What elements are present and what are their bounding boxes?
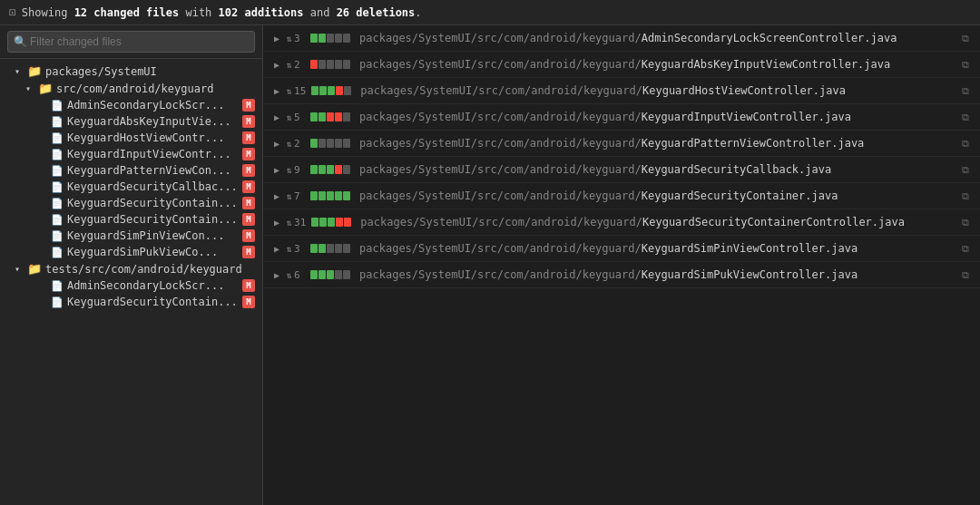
tree-item-KeyguardSecurityContain2[interactable]: 📄 KeyguardSecurityContain... M — [0, 211, 262, 228]
copy-icon[interactable]: ⧉ — [962, 269, 969, 281]
file-icon: 📄 — [51, 230, 64, 242]
path-dir: packages/SystemUI/src/com/android/keygua… — [359, 111, 642, 123]
expand-icon: ▶ — [274, 139, 279, 149]
stat-bar — [335, 139, 342, 148]
tree-item-src-com-android-keyguard[interactable]: ▾ 📁 src/com/android/keyguard — [0, 80, 262, 97]
tree-item-KeyguardSecurityContain3[interactable]: 📄 KeyguardSecurityContain... M — [0, 294, 262, 310]
copy-icon[interactable]: ⧉ — [962, 164, 969, 176]
additions-count: 102 additions — [219, 6, 304, 19]
diff-path: packages/SystemUI/src/com/android/keygua… — [359, 137, 956, 150]
diff-path: packages/SystemUI/src/com/android/keygua… — [359, 111, 956, 123]
tree-item-KeyguardPatternViewCon[interactable]: 📄 KeyguardPatternViewCon... M — [0, 162, 262, 179]
filter-input[interactable] — [7, 31, 255, 53]
diff-count: ⇅ 6 — [287, 269, 305, 281]
folder-icon: 📁 — [38, 82, 53, 95]
path-filename: KeyguardPatternViewController.java — [642, 137, 865, 150]
modified-badge: M — [242, 246, 255, 258]
stat-bar — [335, 112, 342, 121]
stat-bar — [310, 244, 318, 253]
diff-path: packages/SystemUI/src/com/android/keygua… — [359, 268, 956, 281]
stat-bar — [344, 218, 351, 227]
copy-icon[interactable]: ⧉ — [962, 59, 969, 71]
diff-count: ⇅ 3 — [287, 33, 305, 44]
stat-bar — [318, 191, 326, 200]
copy-icon[interactable]: ⧉ — [962, 112, 969, 123]
stat-bar — [343, 112, 350, 121]
copy-icon[interactable]: ⧉ — [962, 138, 969, 150]
tree-item-packages-systemui[interactable]: ▾ 📁 packages/SystemUI — [0, 63, 262, 80]
stat-bar — [343, 165, 350, 174]
stat-bar — [343, 60, 350, 69]
path-filename: KeyguardSimPukViewController.java — [642, 268, 858, 281]
tree-item-label: KeyguardSimPinViewCon... — [67, 229, 239, 242]
tree-item-KeyguardInputViewContr[interactable]: 📄 KeyguardInputViewContr... M — [0, 146, 262, 162]
file-icon: 📄 — [51, 280, 64, 292]
stat-bars — [310, 139, 350, 148]
stat-bars — [310, 60, 350, 69]
path-filename: KeyguardHostViewController.java — [642, 84, 846, 97]
file-icon: 📄 — [51, 149, 64, 160]
stat-bar — [336, 86, 343, 95]
tree-item-AdminSecondaryLockScr[interactable]: 📄 AdminSecondaryLockScr... M — [0, 97, 262, 113]
diff-row[interactable]: ▶ ⇅ 31 packages/SystemUI/src/com/android… — [263, 209, 980, 236]
modified-badge: M — [242, 213, 255, 226]
diff-row[interactable]: ▶ ⇅ 5 packages/SystemUI/src/com/android/… — [263, 104, 980, 131]
diff-row[interactable]: ▶ ⇅ 6 packages/SystemUI/src/com/android/… — [263, 262, 980, 288]
tree-item-KeyguardSecurityCallbac[interactable]: 📄 KeyguardSecurityCallbac... M — [0, 179, 262, 195]
diff-count: ⇅ 7 — [287, 190, 305, 202]
stat-bar — [310, 139, 318, 148]
expand-icon: ▶ — [274, 165, 279, 175]
tree-item-KeyguardAbsKeyInputVie[interactable]: 📄 KeyguardAbsKeyInputVie... M — [0, 113, 262, 130]
diff-path: packages/SystemUI/src/com/android/keygua… — [359, 32, 956, 44]
chevron-icon: ▾ — [25, 83, 38, 93]
main-container: 🔍 ▾ 📁 packages/SystemUI ▾ 📁 src/com/andr… — [0, 25, 980, 505]
stat-bar — [310, 34, 318, 43]
tree-item-label: AdminSecondaryLockScr... — [67, 99, 239, 112]
diff-count: ⇅ 31 — [287, 217, 306, 228]
copy-icon[interactable]: ⧉ — [962, 190, 969, 202]
stat-bars — [310, 112, 350, 121]
diff-row[interactable]: ▶ ⇅ 3 packages/SystemUI/src/com/android/… — [263, 236, 980, 262]
file-icon: 📄 — [51, 214, 64, 226]
tree-item-KeyguardSimPukViewCo[interactable]: 📄 KeyguardSimPukViewCo... M — [0, 244, 262, 260]
diff-row[interactable]: ▶ ⇅ 9 packages/SystemUI/src/com/android/… — [263, 157, 980, 183]
expand-icon: ▶ — [274, 244, 279, 254]
tree-item-label: KeyguardSecurityContain... — [67, 213, 239, 226]
copy-icon[interactable]: ⧉ — [962, 33, 969, 44]
stat-bar — [328, 86, 335, 95]
copy-icon[interactable]: ⧉ — [962, 85, 969, 97]
stat-bar — [318, 139, 326, 148]
tree-item-KeyguardSimPinViewCon[interactable]: 📄 KeyguardSimPinViewCon... M — [0, 228, 262, 244]
expand-icon: ▶ — [274, 34, 279, 44]
stat-bars — [310, 191, 350, 200]
stat-bar — [318, 112, 326, 121]
file-icon: 📄 — [51, 116, 64, 128]
copy-icon[interactable]: ⧉ — [962, 243, 969, 255]
file-icon: 📄 — [51, 198, 64, 209]
stat-bar — [311, 86, 318, 95]
chevron-icon: ▾ — [15, 66, 27, 76]
diff-row[interactable]: ▶ ⇅ 15 packages/SystemUI/src/com/android… — [263, 78, 980, 104]
diff-row[interactable]: ▶ ⇅ 3 packages/SystemUI/src/com/android/… — [263, 25, 980, 52]
stat-bar — [335, 60, 342, 69]
diff-path: packages/SystemUI/src/com/android/keygua… — [359, 189, 956, 202]
path-dir: packages/SystemUI/src/com/android/keygua… — [359, 137, 642, 150]
tree-item-KeyguardSecurityContain1[interactable]: 📄 KeyguardSecurityContain... M — [0, 195, 262, 211]
diff-count: ⇅ 15 — [287, 85, 306, 97]
tree-item-label: src/com/android/keyguard — [56, 83, 255, 95]
tree-item-label: KeyguardSimPukViewCo... — [67, 246, 239, 258]
copy-icon[interactable]: ⧉ — [962, 217, 969, 228]
path-dir: packages/SystemUI/src/com/android/keygua… — [359, 189, 642, 202]
diff-row[interactable]: ▶ ⇅ 2 packages/SystemUI/src/com/android/… — [263, 52, 980, 78]
deletions-count: 26 deletions — [337, 6, 416, 19]
stat-bar — [310, 270, 318, 279]
tree-item-tests-src-com-android-keyguard[interactable]: ▾ 📁 tests/src/com/android/keyguard — [0, 260, 262, 277]
tree-item-label: KeyguardSecurityContain... — [67, 296, 239, 308]
diff-row[interactable]: ▶ ⇅ 2 packages/SystemUI/src/com/android/… — [263, 131, 980, 157]
diff-count: ⇅ 5 — [287, 112, 305, 123]
tree-item-KeyguardHostViewContr[interactable]: 📄 KeyguardHostViewContr... M — [0, 130, 262, 146]
tree-item-label: KeyguardHostViewContr... — [67, 131, 239, 144]
tree-item-AdminSecondaryLockScr2[interactable]: 📄 AdminSecondaryLockScr... M — [0, 277, 262, 294]
diff-row[interactable]: ▶ ⇅ 7 packages/SystemUI/src/com/android/… — [263, 183, 980, 209]
stat-bar — [319, 86, 327, 95]
